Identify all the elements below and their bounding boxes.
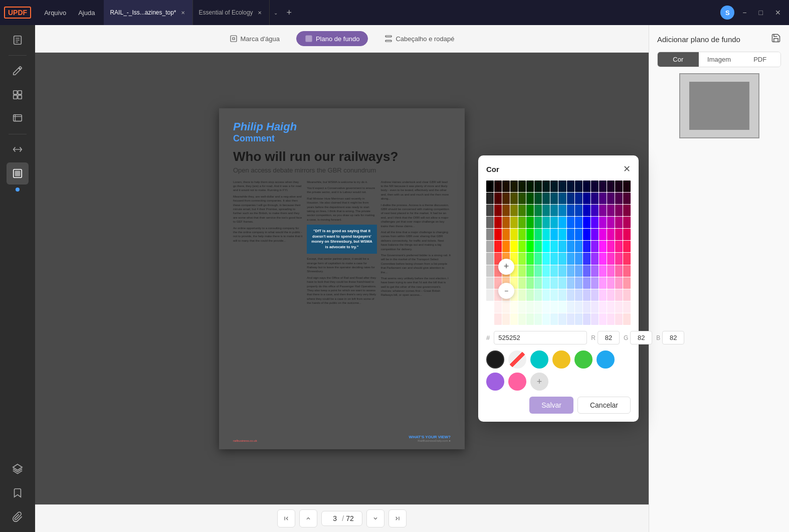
maximize-btn[interactable]: □ xyxy=(755,7,767,19)
tab-rail[interactable]: RAIL_-_Iss...azines_top* ✕ xyxy=(104,0,192,25)
color-cell[interactable] xyxy=(567,217,574,228)
cp-r-input[interactable] xyxy=(598,331,620,344)
color-cell[interactable] xyxy=(591,253,599,264)
color-cell[interactable] xyxy=(502,241,510,252)
color-cell[interactable] xyxy=(534,289,542,301)
color-cell[interactable] xyxy=(550,205,558,216)
color-cell[interactable] xyxy=(534,217,542,228)
color-cell[interactable] xyxy=(526,313,534,325)
color-cell[interactable] xyxy=(518,193,526,204)
color-cell[interactable] xyxy=(534,265,542,277)
color-cell[interactable] xyxy=(575,229,582,240)
color-cell[interactable] xyxy=(526,181,534,192)
close-btn[interactable]: ✕ xyxy=(771,7,785,19)
color-cell[interactable] xyxy=(615,241,623,252)
color-cell[interactable] xyxy=(518,181,526,192)
color-cell[interactable] xyxy=(518,253,526,264)
color-cell[interactable] xyxy=(510,229,518,240)
color-cell[interactable] xyxy=(607,241,615,252)
sidebar-icon-background[interactable] xyxy=(7,162,29,185)
color-cell[interactable] xyxy=(542,217,550,228)
color-cell[interactable] xyxy=(615,229,623,240)
color-cell[interactable] xyxy=(494,217,502,228)
color-cell[interactable] xyxy=(486,301,494,313)
color-cell[interactable] xyxy=(558,217,566,228)
color-cell[interactable] xyxy=(607,301,615,313)
color-cell[interactable] xyxy=(526,229,534,240)
color-cell[interactable] xyxy=(615,205,623,216)
cp-swatch-blue[interactable] xyxy=(597,350,615,369)
header-btn[interactable]: Cabeçalho e rodapé xyxy=(376,31,463,46)
tab-ecology[interactable]: Essential of Ecology ✕ xyxy=(193,0,270,25)
color-cell[interactable] xyxy=(534,241,542,252)
menu-arquivo[interactable]: Arquivo xyxy=(39,7,71,19)
color-cell[interactable] xyxy=(567,301,574,313)
color-cell[interactable] xyxy=(623,253,631,264)
color-cell[interactable] xyxy=(550,181,558,192)
color-cell[interactable] xyxy=(542,229,550,240)
color-cell[interactable] xyxy=(567,205,574,216)
color-cell[interactable] xyxy=(599,181,607,192)
color-cell[interactable] xyxy=(494,229,502,240)
color-cell[interactable] xyxy=(558,313,566,325)
color-cell[interactable] xyxy=(486,193,494,204)
color-cell[interactable] xyxy=(575,301,582,313)
color-cell[interactable] xyxy=(623,313,631,325)
background-btn[interactable]: Plano de fundo xyxy=(296,31,368,46)
color-cell[interactable] xyxy=(550,301,558,313)
color-cell[interactable] xyxy=(558,241,566,252)
color-cell[interactable] xyxy=(494,241,502,252)
minimize-btn[interactable]: − xyxy=(738,7,750,19)
sidebar-icon-comment[interactable] xyxy=(7,108,29,130)
color-cell[interactable] xyxy=(542,253,550,264)
color-cell[interactable] xyxy=(518,289,526,301)
color-cell[interactable] xyxy=(575,253,582,264)
color-cell[interactable] xyxy=(599,241,607,252)
color-cell[interactable] xyxy=(502,181,510,192)
color-cell[interactable] xyxy=(550,193,558,204)
color-cell[interactable] xyxy=(615,181,623,192)
color-cell[interactable] xyxy=(558,289,566,301)
color-cell[interactable] xyxy=(550,277,558,289)
color-cell[interactable] xyxy=(550,313,558,325)
color-cell[interactable] xyxy=(591,265,599,277)
tab-ecology-close[interactable]: ✕ xyxy=(256,9,263,16)
color-cell[interactable] xyxy=(583,313,590,325)
color-cell[interactable] xyxy=(591,277,599,289)
color-cell[interactable] xyxy=(599,313,607,325)
color-grid[interactable] xyxy=(486,181,631,325)
color-cell[interactable] xyxy=(518,217,526,228)
color-cell[interactable] xyxy=(510,193,518,204)
color-cell[interactable] xyxy=(526,193,534,204)
color-cell[interactable] xyxy=(583,265,590,277)
watermark-btn[interactable]: Marca d'água xyxy=(221,31,288,46)
cp-swatch-add[interactable]: + xyxy=(530,373,548,391)
color-cell[interactable] xyxy=(591,193,599,204)
color-cell[interactable] xyxy=(583,217,590,228)
tab-dropdown-btn[interactable]: ⌄ xyxy=(270,10,282,16)
color-cell[interactable] xyxy=(518,301,526,313)
color-cell[interactable] xyxy=(502,301,510,313)
color-cell[interactable] xyxy=(542,241,550,252)
color-cell[interactable] xyxy=(542,193,550,204)
color-cell[interactable] xyxy=(494,205,502,216)
color-cell[interactable] xyxy=(510,241,518,252)
zoom-out-btn[interactable]: − xyxy=(498,283,514,299)
color-cell[interactable] xyxy=(534,313,542,325)
color-cell[interactable] xyxy=(615,289,623,301)
color-cell[interactable] xyxy=(486,313,494,325)
sidebar-icon-layers[interactable] xyxy=(7,458,29,480)
color-cell[interactable] xyxy=(550,241,558,252)
current-page[interactable]: 3 xyxy=(330,514,340,522)
color-cell[interactable] xyxy=(567,289,574,301)
color-cell[interactable] xyxy=(558,193,566,204)
cp-swatch-cyan[interactable] xyxy=(530,350,548,369)
color-cell[interactable] xyxy=(599,265,607,277)
color-cell[interactable] xyxy=(534,277,542,289)
color-cell[interactable] xyxy=(542,205,550,216)
color-cell[interactable] xyxy=(583,253,590,264)
cp-swatch-black[interactable] xyxy=(486,350,504,369)
cp-swatch-green[interactable] xyxy=(574,350,593,369)
color-cell[interactable] xyxy=(615,301,623,313)
color-cell[interactable] xyxy=(550,217,558,228)
